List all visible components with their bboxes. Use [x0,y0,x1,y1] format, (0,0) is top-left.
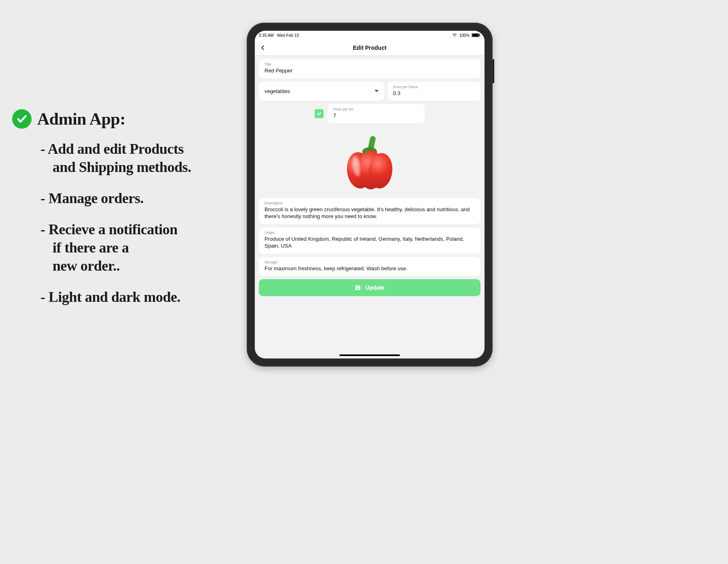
svg-rect-2 [479,34,480,36]
home-indicator[interactable] [339,354,400,356]
update-button-label: Update [365,284,384,291]
status-battery-text: 100% [459,33,470,38]
check-icon [317,111,322,116]
field-label: Storage [265,260,475,264]
field-value: For maximum freshness, keep refrigerated… [265,265,475,272]
category-select[interactable]: vegetables [259,82,384,101]
bullet-line: - Manage orders. [40,189,239,208]
red-pepper-illustration [345,133,394,189]
bullet-line: - Add and edit Products [40,140,239,158]
nav-bar: Edit Product [255,40,485,56]
status-date: Wed Feb 10 [277,33,299,38]
update-button[interactable]: Update [259,279,480,296]
marketing-bullets: - Add and edit Products and Shipping met… [12,140,239,306]
save-icon [355,284,361,291]
bullet-line: if there are a [40,239,239,257]
price-per-kg-toggle[interactable] [315,109,324,118]
field-value: Broccoli is a lovely green cruciferous v… [265,206,475,220]
status-time: 5:35 AM [259,33,274,38]
product-image[interactable] [259,127,480,195]
back-button[interactable] [255,40,271,56]
app-screen: 5:35 AM Wed Feb 10 100% [255,31,485,358]
tablet-frame: 5:35 AM Wed Feb 10 100% [247,23,493,367]
bullet-line: - Light and dark mode. [40,288,239,306]
field-value: Produce of United Kingdom, Republic of I… [265,235,475,250]
storage-field[interactable]: Storage For maximum freshness, keep refr… [259,257,480,276]
field-value: 0.3 [393,90,475,97]
wifi-icon [452,34,457,37]
price-per-piece-field[interactable]: Price per Piece 0.3 [387,82,480,101]
field-value: Red Pepper [265,67,475,74]
field-label: Title [265,62,475,66]
marketing-panel: Admin App: - Add and edit Products and S… [12,109,239,319]
field-value: 7 [333,112,419,119]
page-title: Edit Product [255,45,485,51]
battery-icon [472,33,480,37]
field-label: Origin [265,231,475,235]
field-label: Price per kG [333,107,419,111]
chevron-left-icon [260,45,266,51]
check-badge-icon [12,109,32,129]
svg-rect-1 [472,34,478,37]
bullet-line: - Recieve a notification [40,221,239,239]
form-content: Title Red Pepper vegetables Price per Pi… [255,56,485,358]
bullet-line: and Shipping methods. [40,158,239,176]
select-value: vegetables [265,88,290,94]
chevron-down-icon [375,90,379,92]
marketing-headline: Admin App: [37,109,125,129]
origin-field[interactable]: Origin Produce of United Kingdom, Republ… [259,227,480,254]
price-per-kg-field[interactable]: Price per kG 7 [328,104,425,123]
field-label: Description [265,201,475,205]
title-field[interactable]: Title Red Pepper [259,59,480,78]
status-bar: 5:35 AM Wed Feb 10 100% [255,31,485,40]
bullet-line: new order.. [40,257,239,275]
description-field[interactable]: Description Broccoli is a lovely green c… [259,198,480,224]
field-label: Price per Piece [393,85,475,89]
